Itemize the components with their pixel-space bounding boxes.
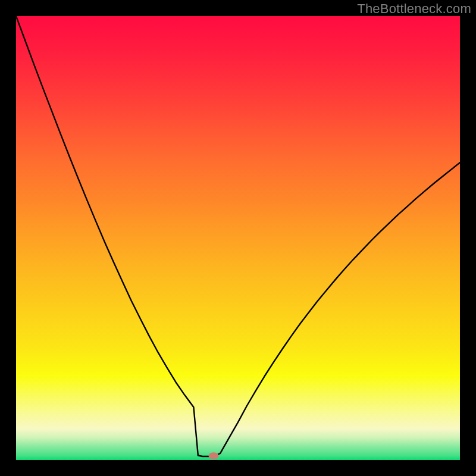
chart-background xyxy=(16,16,460,460)
watermark-text: TheBottleneck.com xyxy=(357,1,471,17)
chart-svg xyxy=(16,16,460,460)
plot-area xyxy=(16,16,460,460)
optimal-marker xyxy=(208,452,218,459)
chart-frame: TheBottleneck.com xyxy=(0,0,476,476)
